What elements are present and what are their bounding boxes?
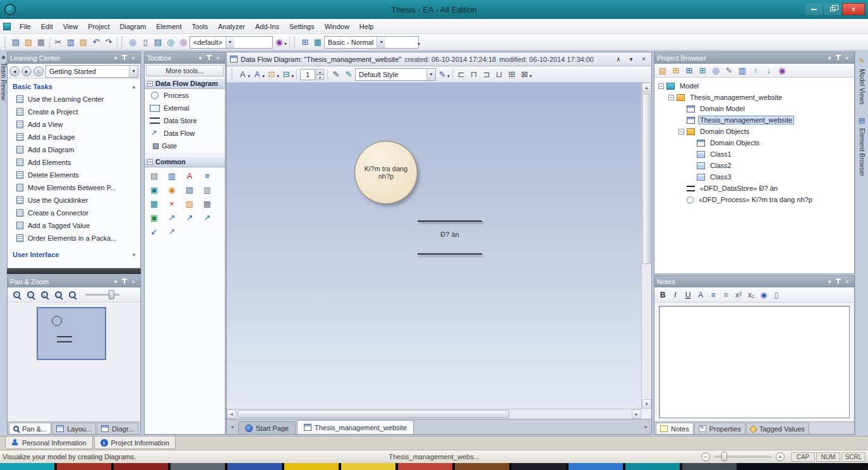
diagram-frame-icon[interactable]: ⊞ [299,36,311,49]
learning-task-item[interactable]: Add Elements [8,156,140,169]
vertical-scrollbar[interactable]: ▴ ▾ [641,83,651,409]
learning-task-item[interactable]: Add a Diagram [8,143,140,156]
tree-item[interactable]: Class2 [654,160,854,171]
numbered-list-button[interactable]: ≡ [720,289,732,301]
chevron-down-icon[interactable]: ▾ [291,73,294,79]
tree-expand-toggle[interactable] [689,152,694,157]
chevron-down-icon[interactable]: ▾ [196,54,205,62]
tab-scroll-right-icon[interactable]: ▸ [642,422,650,431]
bottom-dock-tab[interactable]: Project Information [94,437,176,449]
chevron-down-icon[interactable]: ▾ [825,54,834,62]
hyperlink-icon[interactable]: ◉ [166,184,178,195]
close-icon[interactable]: × [129,278,138,286]
picture-icon[interactable]: ▣ [148,212,160,223]
collapse-toggle[interactable]: − [147,159,153,165]
toolbar-overflow-icon[interactable]: ▾ [529,73,532,79]
tree-expand-toggle[interactable] [689,140,694,146]
close-icon[interactable]: × [843,278,852,286]
menu-item[interactable]: Window [320,19,354,34]
align-left-icon[interactable]: ⊏ [455,68,467,81]
back-icon[interactable]: ◂ [9,66,20,76]
toolbar-overflow-icon[interactable]: ▾ [418,41,420,47]
chevron-down-icon[interactable]: ▾ [111,278,120,286]
learning-task-item[interactable]: Order Elements in a Packa... [8,232,140,244]
chevron-down-icon[interactable]: ▾ [226,37,234,48]
bottom-dock-tab[interactable]: Personal Information [5,437,93,449]
chevron-down-icon[interactable]: ▾ [133,252,135,258]
space-evenly-icon[interactable]: ⊞ [505,68,518,81]
learning-task-item[interactable]: Create a Project [8,105,140,118]
scroll-down-icon[interactable]: ▾ [642,399,651,409]
menu-item[interactable]: Settings [284,19,320,34]
toolbox-item[interactable]: Data Store [145,114,225,127]
user-interface-section[interactable]: User Interface ▾ [8,244,140,261]
tree-expand-toggle[interactable] [658,83,664,89]
text-style-icon[interactable]: A [251,68,263,81]
toolbox-item[interactable]: Process [145,89,225,102]
scroll-left-icon[interactable]: ◂ [227,409,236,419]
new-model-icon[interactable]: ▧ [656,64,669,77]
horizontal-scrollbar[interactable]: ◂ ▸ [227,409,641,419]
menu-item[interactable]: Help [354,19,379,34]
pen-color-icon[interactable]: ✎ [436,68,449,81]
learning-task-item[interactable]: Move Elements Between P... [8,181,140,194]
copy-icon[interactable]: ▥ [64,36,77,49]
new-note-button[interactable]: ▯ [771,289,782,301]
default-style-combo[interactable]: <default> ▾ [190,36,273,49]
chevron-down-icon[interactable]: ▾ [262,73,265,79]
tree-item[interactable]: Domain Objects [654,137,854,148]
learning-task-item[interactable]: Use the Quicklinker [8,194,140,207]
right-dock-tab[interactable]: ✎ Model Views [855,51,868,110]
dfd-section-header[interactable]: − Data Flow Diagram [145,78,225,89]
menu-item[interactable]: Analyzer [213,19,250,34]
spinner-up-icon[interactable]: ▴ [316,69,324,75]
close-icon[interactable]: × [214,54,222,62]
notes-panel-tab[interactable]: Tagged Values [746,423,809,434]
chevron-up-icon[interactable]: ▴ [133,84,135,90]
notes-editor[interactable] [659,306,850,418]
tree-expand-toggle[interactable] [678,186,684,191]
goto-element-icon[interactable]: ◉ [273,36,286,49]
chevron-down-icon[interactable]: ▾ [111,54,120,62]
taskbar-app-tile[interactable] [625,463,680,470]
menu-item[interactable]: Diagram [115,19,152,34]
close-icon[interactable]: × [843,54,852,62]
forward-icon[interactable]: ▸ [21,66,32,76]
notes-panel-tab[interactable]: Notes [656,423,694,434]
layout-tools-icon[interactable]: ▦ [311,36,324,49]
new-element-icon[interactable]: ⊞ [696,64,709,77]
italic-button[interactable]: I [670,289,681,301]
cut-icon[interactable]: ✂ [52,36,64,49]
copy-style-icon[interactable]: ✎ [342,68,355,81]
taskbar-app-tile[interactable] [227,463,282,470]
move-down-icon[interactable]: ↓ [763,64,775,77]
dock-panel-tab[interactable]: Layou... [52,423,96,434]
tree-expand-toggle[interactable] [678,118,684,123]
common-section-header[interactable]: − Common [145,156,225,167]
pin-icon[interactable] [120,54,129,62]
bold-button[interactable]: B [657,289,668,301]
line-color-icon[interactable]: ⊟ [280,68,292,81]
same-size-icon[interactable]: ⊠ [518,68,531,81]
panel-splitter[interactable] [7,268,141,274]
line-width-spinner[interactable]: 1 ▴ ▾ [300,69,324,80]
apply-style-icon[interactable]: ✎ [330,68,342,81]
print-icon[interactable]: ▤ [152,36,164,49]
chevron-down-icon[interactable]: ▾ [284,41,287,47]
tree-item[interactable]: Class3 [654,171,854,183]
menu-item[interactable]: File [15,19,36,34]
menu-item[interactable]: Project [83,19,114,34]
pin-icon[interactable] [205,54,214,62]
document-artifact-icon[interactable]: ▥ [166,170,178,181]
undo-icon[interactable]: ↶ [90,36,102,49]
tree-expand-toggle[interactable] [678,129,684,135]
text-icon[interactable]: A [184,170,195,181]
menu-item[interactable]: Edit [36,19,58,34]
feature-list-icon[interactable]: ≡ [202,170,213,181]
dependency-arrow-icon[interactable]: ↗ [166,212,178,223]
tree-expand-toggle[interactable] [678,106,684,112]
menu-item[interactable]: Element [151,19,186,34]
standard-note-icon[interactable]: ▤ [184,184,195,195]
note-icon[interactable]: ▣ [148,184,160,195]
font-color-icon[interactable]: A [236,68,249,81]
